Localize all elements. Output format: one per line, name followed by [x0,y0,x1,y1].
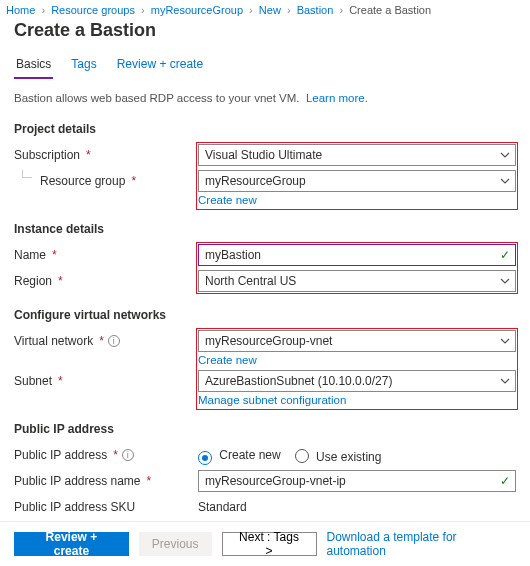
pip-label: Public IP address* i [14,444,198,462]
radio-label-create: Create new [219,448,280,462]
next-button[interactable]: Next : Tags > [222,532,317,556]
chevron-right-icon: › [339,4,343,16]
radio-selected-icon [198,451,212,465]
previous-button: Previous [139,532,212,556]
chevron-down-icon [500,335,510,349]
vnet-select[interactable]: myResourceGroup-vnet [198,330,516,352]
tab-strip: Basics Tags Review + create [0,51,530,80]
section-project-details: Project details [0,114,530,142]
page-title: Create a Bastion [0,18,530,51]
pip-name-input[interactable]: myResourceGroup-vnet-ip ✓ [198,470,516,492]
section-vnet: Configure virtual networks [0,294,530,328]
crumb-home[interactable]: Home [6,4,35,16]
name-label: Name* [14,244,198,262]
region-value: North Central US [205,274,296,288]
chevron-right-icon: › [249,4,253,16]
pip-radio-use-existing[interactable]: Use existing [295,447,382,464]
region-select[interactable]: North Central US [198,270,516,292]
chevron-down-icon [500,175,510,189]
subscription-label: Subscription* [14,144,198,162]
chevron-right-icon: › [287,4,291,16]
pip-name-label: Public IP address name* [14,470,198,488]
chevron-down-icon [500,149,510,163]
resource-group-value: myResourceGroup [205,174,306,188]
chevron-down-icon [500,275,510,289]
info-icon[interactable]: i [122,449,134,461]
crumb-new[interactable]: New [259,4,281,16]
name-value: myBastion [205,248,261,262]
resource-group-create-new-link[interactable]: Create new [198,194,516,206]
checkmark-icon: ✓ [500,474,510,488]
section-public-ip: Public IP address [0,408,530,442]
tab-basics[interactable]: Basics [14,53,53,79]
tab-review[interactable]: Review + create [115,53,205,79]
vnet-label: Virtual network* i [14,330,198,348]
resource-group-select[interactable]: myResourceGroup [198,170,516,192]
pip-name-value: myResourceGroup-vnet-ip [205,474,346,488]
pip-sku-label: Public IP address SKU [14,496,198,514]
vnet-create-new-link[interactable]: Create new [198,354,516,366]
chevron-down-icon [500,375,510,389]
crumb-resource-groups[interactable]: Resource groups [51,4,135,16]
breadcrumb: Home › Resource groups › myResourceGroup… [0,0,530,18]
subnet-select[interactable]: AzureBastionSubnet (10.10.0.0/27) [198,370,516,392]
radio-label-existing: Use existing [316,450,381,464]
subnet-manage-link[interactable]: Manage subnet configuration [198,394,516,406]
subnet-value: AzureBastionSubnet (10.10.0.0/27) [205,374,392,388]
checkmark-icon: ✓ [500,248,510,262]
pip-sku-value: Standard [198,496,516,514]
crumb-current: Create a Bastion [349,4,431,16]
info-icon[interactable]: i [108,335,120,347]
learn-more-link[interactable]: Learn more. [306,92,368,104]
tab-tags[interactable]: Tags [69,53,98,79]
resource-group-label: Resource group* [14,170,198,188]
region-label: Region* [14,270,198,288]
crumb-my-resource-group[interactable]: myResourceGroup [151,4,243,16]
chevron-right-icon: › [41,4,45,16]
section-instance-details: Instance details [0,208,530,242]
footer-bar: Review + create Previous Next : Tags > D… [0,521,530,566]
crumb-bastion[interactable]: Bastion [297,4,334,16]
subnet-label: Subnet* [14,370,198,388]
subscription-value: Visual Studio Ultimate [205,148,322,162]
radio-unselected-icon [295,449,309,463]
chevron-right-icon: › [141,4,145,16]
vnet-value: myResourceGroup-vnet [205,334,332,348]
name-input[interactable]: myBastion ✓ [198,244,516,266]
download-template-link[interactable]: Download a template for automation [327,530,516,558]
intro-text: Bastion allows web based RDP access to y… [0,86,530,114]
intro-body: Bastion allows web based RDP access to y… [14,92,300,104]
review-create-button[interactable]: Review + create [14,532,129,556]
pip-radio-create-new[interactable]: Create new [198,448,281,463]
subscription-select[interactable]: Visual Studio Ultimate [198,144,516,166]
